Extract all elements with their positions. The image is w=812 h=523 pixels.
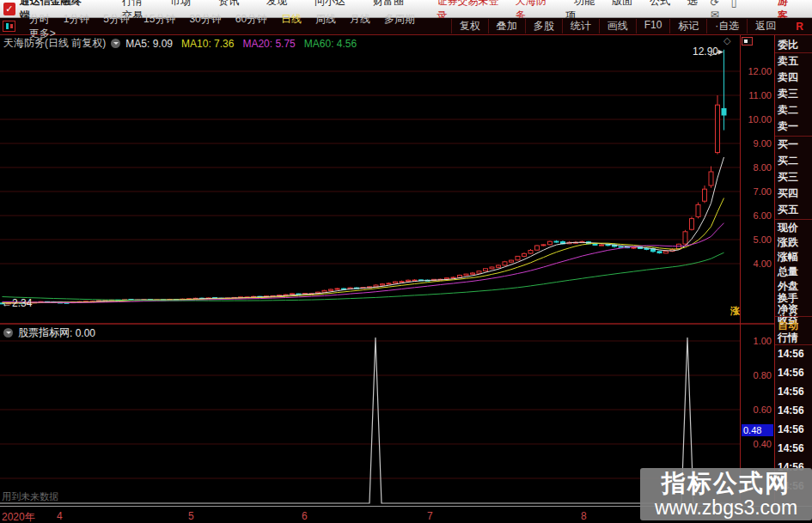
menu-right-item-2[interactable]: 公式 — [650, 0, 670, 7]
main-candlestick-chart[interactable] — [0, 35, 741, 323]
ma-label-3: MA60: 4.56 — [304, 38, 357, 50]
menu-right-item-1[interactable]: 版面 — [612, 0, 632, 7]
refresh-icon[interactable]: ⟳ — [711, 0, 719, 9]
toolbar-button-0[interactable]: 复权 — [451, 19, 488, 33]
main-chart-header: 天海防务(日线 前复权) MA5: 9.09MA10: 7.36MA20: 5.… — [3, 37, 365, 50]
indicator-tick-0: 1.00 — [741, 335, 772, 347]
price-tick-1: 11.00 — [741, 89, 772, 101]
period-tab-4[interactable]: 30分钟 — [189, 13, 221, 25]
ma-label-1: MA10: 7.36 — [181, 38, 234, 50]
toolbar-button-4[interactable]: 画线 — [599, 19, 636, 33]
toolbar-button-3[interactable]: 统计 — [562, 19, 599, 33]
quote-panel: 委比卖五卖四卖三卖二卖一买一买二买三买四买五现价涨跌涨幅总量外盘换手净资收益自动… — [775, 35, 812, 506]
period-tab-7[interactable]: 周线 — [315, 13, 336, 25]
tick-time-5: 14:56 — [778, 442, 804, 454]
price-tick-5: 7.00 — [741, 185, 772, 198]
price-gridlines — [0, 71, 741, 264]
indicator-name: 股票指标网 — [18, 325, 70, 340]
indicator-chart[interactable] — [0, 325, 741, 506]
collapse-circle-icon[interactable] — [111, 39, 120, 48]
site-watermark: 指标公式网 www.zbgs3.com — [640, 468, 812, 520]
chart-title: 天海防务(日线 前复权) — [3, 36, 106, 51]
axis-border-line — [740, 35, 741, 506]
toolbar-button-7[interactable]: ·自选 — [706, 19, 747, 33]
period-tab-0[interactable]: 分时 — [29, 13, 50, 25]
mobile-icon[interactable]: ▯ — [731, 0, 737, 9]
watermark-title: 指标公式网 — [662, 471, 791, 496]
menu-item-4[interactable]: 问小达 — [314, 0, 345, 7]
panel-separator — [775, 316, 812, 317]
row-info-2: 涨幅 — [778, 251, 798, 263]
menu-right-item-0[interactable]: 功能 — [574, 0, 595, 7]
period-tab-6[interactable]: 日线 — [281, 13, 302, 25]
price-tick-8: 4.00 — [741, 258, 772, 270]
tick-time-1: 14:56 — [778, 367, 804, 379]
row-info-0: 现价 — [778, 222, 798, 234]
period-tab-3[interactable]: 15分钟 — [143, 13, 175, 25]
indicator-circle-icon[interactable] — [3, 328, 13, 338]
date-tick-0: 2020年 — [2, 510, 35, 523]
row-weibi: 委比 — [778, 39, 798, 51]
period-tab-1[interactable]: 1分钟 — [64, 13, 90, 25]
indicator-value: : 0.00 — [70, 327, 95, 339]
row-buy-4: 买四 — [778, 187, 798, 199]
indicator-current-value: 0.48 — [742, 424, 773, 436]
panel-separator — [775, 344, 812, 345]
tab-0[interactable]: 自动 — [778, 319, 798, 331]
menu-item-1[interactable]: 市场 — [170, 0, 191, 7]
panel-separator — [775, 136, 812, 137]
chart-style-mini-icon[interactable] — [742, 37, 753, 46]
ma-lines — [3, 157, 724, 303]
date-tick-4: 7 — [427, 510, 433, 522]
menu-item-2[interactable]: 资讯 — [218, 0, 239, 7]
menu-item-3[interactable]: 发现 — [266, 0, 287, 7]
panel-separator — [775, 52, 812, 53]
date-tick-3: 6 — [302, 510, 308, 522]
row-info-5: 换手 — [778, 292, 798, 304]
price-axis: 12.0011.0010.009.008.007.006.005.004.00 — [741, 35, 774, 323]
tdx-terminal-window: ✓ 通达信金融终端 行情市场资讯发现问小达财富圈交易 证券交易未登录 天海防务 … — [0, 0, 812, 523]
toolbar-button-2[interactable]: 多股 — [525, 19, 562, 33]
price-tick-4: 8.00 — [741, 161, 772, 173]
row-info-4: 外盘 — [778, 280, 798, 292]
indicator-gridlines — [0, 341, 741, 478]
row-sell-5: 卖五 — [778, 55, 798, 67]
diamond-marker-icon[interactable]: ◇ — [723, 35, 730, 46]
indicator-tick-2: 0.60 — [741, 404, 772, 416]
tab-1[interactable]: 行情 — [778, 331, 798, 344]
menu-item-5[interactable]: 财富圈 — [373, 0, 404, 7]
tick-time-3: 14:56 — [778, 404, 804, 417]
toolbar-button-1[interactable]: 叠加 — [488, 19, 525, 33]
period-tab-9[interactable]: 多周期 — [384, 13, 415, 25]
date-tick-1: 4 — [57, 510, 63, 522]
period-low-label: ←2.34 — [2, 297, 32, 309]
menu-item-0[interactable]: 行情 — [122, 0, 143, 7]
row-sell-2: 卖二 — [778, 104, 798, 116]
row-buy-2: 买二 — [778, 155, 798, 167]
row-buy-5: 买五 — [778, 204, 798, 216]
kline-view-icon[interactable] — [3, 21, 15, 32]
period-tab-8[interactable]: 月线 — [350, 13, 370, 25]
panel-separator — [775, 219, 812, 220]
row-buy-3: 买三 — [778, 171, 798, 183]
tick-time-2: 14:56 — [778, 386, 804, 398]
app-logo-icon: ✓ — [3, 3, 15, 15]
tick-time-0: 14:56 — [778, 348, 804, 360]
watermark-url: www.zbgs3.com — [655, 496, 797, 519]
candles — [0, 50, 726, 304]
row-buy-1: 买一 — [778, 138, 798, 150]
date-tick-2: 5 — [188, 510, 194, 522]
toolbar-button-5[interactable]: F10 — [636, 19, 670, 33]
period-tab-5[interactable]: 60分钟 — [235, 13, 267, 25]
period-tab-2[interactable]: 5分钟 — [103, 13, 130, 25]
row-sell-1: 卖一 — [778, 120, 798, 132]
toolbar-button-6[interactable]: 标记 — [669, 19, 706, 33]
price-tick-3: 9.00 — [741, 137, 772, 149]
ma-label-0: MA5: 9.09 — [125, 38, 173, 50]
period-high-label: 12.90 — [693, 46, 718, 58]
price-tick-0: 12.00 — [741, 65, 772, 77]
toolbar-button-8[interactable]: 返回 — [747, 19, 784, 33]
row-sell-4: 卖四 — [778, 71, 798, 83]
price-tick-2: 10.00 — [741, 113, 772, 125]
price-tick-7: 5.00 — [741, 234, 772, 246]
